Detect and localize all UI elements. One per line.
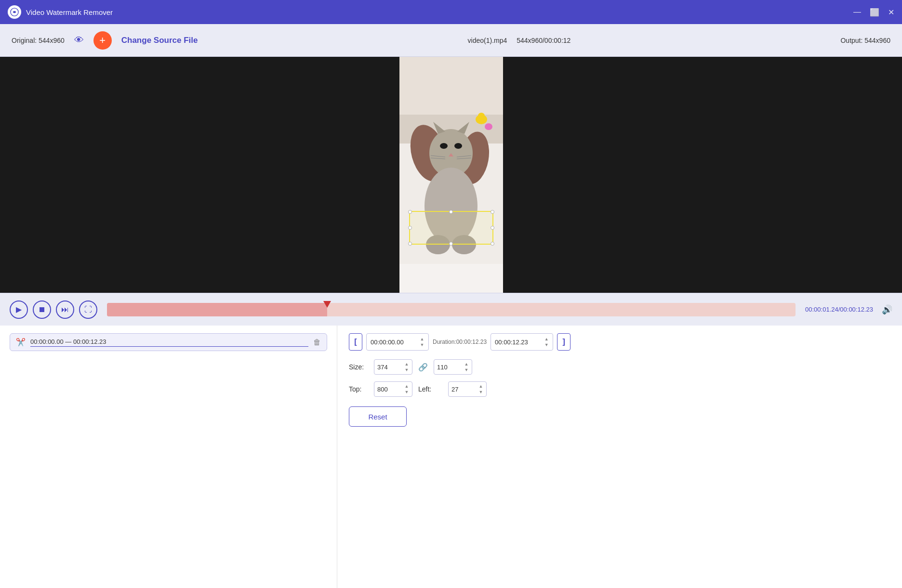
selection-box-1[interactable] <box>409 211 493 245</box>
fit-button[interactable]: ⛶ <box>79 301 97 319</box>
add-source-button[interactable]: + <box>93 31 112 50</box>
top-label: Top: <box>349 385 368 393</box>
handle-tc[interactable] <box>449 210 453 214</box>
info-bar: Original: 544x960 👁 + Change Source File… <box>0 24 902 57</box>
svg-rect-2 <box>399 57 503 115</box>
minimize-button[interactable]: — <box>853 8 861 17</box>
playback-bar: ▶ ⏹ ⏭ ⛶ 00:00:01.24/00:00:12.23 🔊 <box>0 293 902 326</box>
height-up[interactable]: ▲ <box>464 362 469 366</box>
output-dimensions: Output: 544x960 <box>840 37 890 44</box>
fit-icon: ⛶ <box>84 305 92 314</box>
next-frame-icon: ⏭ <box>61 305 69 314</box>
width-down[interactable]: ▼ <box>404 367 409 372</box>
end-time-input[interactable]: 00:00:12.23 ▲ ▼ <box>491 333 553 351</box>
handle-br[interactable] <box>491 242 494 246</box>
stop-icon: ⏹ <box>38 305 46 314</box>
top-value: 800 <box>377 386 388 393</box>
left-input[interactable]: 27 ▲ ▼ <box>448 381 487 397</box>
width-input[interactable]: 374 ▲ ▼ <box>374 359 412 375</box>
end-time-up[interactable]: ▲ <box>544 337 549 341</box>
svg-point-22 <box>485 123 492 130</box>
video-preview <box>399 57 503 293</box>
clip-row: ✂️ 00:00:00.00 — 00:00:12.23 🗑 <box>10 333 327 351</box>
handle-mr[interactable] <box>491 226 494 230</box>
top-spinners: ▲ ▼ <box>404 384 409 394</box>
left-down[interactable]: ▼ <box>478 390 483 394</box>
window-controls: — ⬜ ✕ <box>853 8 894 17</box>
pos-row: Top: 800 ▲ ▼ Left: 27 ▲ ▼ <box>349 381 890 397</box>
original-dimensions: Original: 544x960 <box>12 37 65 44</box>
handle-tl[interactable] <box>408 210 412 214</box>
top-input[interactable]: 800 ▲ ▼ <box>374 381 412 397</box>
maximize-button[interactable]: ⬜ <box>870 8 879 17</box>
start-time-down[interactable]: ▼ <box>420 342 424 347</box>
change-source-button[interactable]: Change Source File <box>121 36 198 45</box>
time-controls: [ 00:00:00.00 ▲ ▼ Duration:00:00:12.23 0… <box>349 333 890 351</box>
delete-clip-button[interactable]: 🗑 <box>313 338 321 347</box>
end-time-value: 00:00:12.23 <box>495 339 528 346</box>
size-label: Size: <box>349 363 368 371</box>
scissors-icon: ✂️ <box>16 338 26 347</box>
stop-button[interactable]: ⏹ <box>33 301 51 319</box>
handle-bl[interactable] <box>408 242 412 246</box>
duration-label: Duration:00:00:12.23 <box>433 339 487 345</box>
next-frame-button[interactable]: ⏭ <box>56 301 74 319</box>
height-spinners: ▲ ▼ <box>464 362 469 372</box>
play-button[interactable]: ▶ <box>10 301 28 319</box>
svg-point-10 <box>454 143 462 149</box>
end-time-down[interactable]: ▼ <box>544 342 549 347</box>
size-row: Size: 374 ▲ ▼ 🔗 110 ▲ ▼ <box>349 359 890 375</box>
right-panel: [ 00:00:00.00 ▲ ▼ Duration:00:00:12.23 0… <box>337 326 902 588</box>
close-button[interactable]: ✕ <box>888 8 894 17</box>
start-time-value: 00:00:00.00 <box>371 339 404 346</box>
height-input[interactable]: 110 ▲ ▼ <box>434 359 472 375</box>
timeline[interactable] <box>107 303 796 316</box>
left-panel: ✂️ 00:00:00.00 — 00:00:12.23 🗑 + Add wat… <box>0 326 337 588</box>
top-down[interactable]: ▼ <box>404 390 409 394</box>
dimensions-label: 544x960/00:00:12 <box>517 37 570 44</box>
start-time-spinners: ▲ ▼ <box>420 337 424 347</box>
handle-bc[interactable] <box>449 242 453 246</box>
link-icon[interactable]: 🔗 <box>418 363 428 372</box>
left-spinners: ▲ ▼ <box>478 384 483 394</box>
width-value: 374 <box>377 364 388 371</box>
height-value: 110 <box>437 364 448 371</box>
reset-button[interactable]: Reset <box>349 406 407 427</box>
handle-ml[interactable] <box>408 226 412 230</box>
filename-label: video(1).mp4 <box>468 37 507 44</box>
clip-time-range: 00:00:00.00 — 00:00:12.23 <box>30 338 308 347</box>
left-label: Left: <box>418 385 442 393</box>
left-value: 27 <box>451 386 458 393</box>
height-down[interactable]: ▼ <box>464 367 469 372</box>
top-up[interactable]: ▲ <box>404 384 409 389</box>
start-time-up[interactable]: ▲ <box>420 337 424 341</box>
app-title: Video Watermark Remover <box>26 8 853 16</box>
width-up[interactable]: ▲ <box>404 362 409 366</box>
svg-point-21 <box>478 113 485 118</box>
end-bracket-button[interactable]: ] <box>557 333 570 351</box>
play-icon: ▶ <box>16 305 22 314</box>
video-area <box>0 57 902 293</box>
app-logo <box>8 5 21 19</box>
svg-point-9 <box>440 143 448 149</box>
volume-icon[interactable]: 🔊 <box>882 304 892 315</box>
timeline-progress <box>107 303 327 316</box>
start-time-input[interactable]: 00:00:00.00 ▲ ▼ <box>366 333 429 351</box>
title-bar: Video Watermark Remover — ⬜ ✕ <box>0 0 902 24</box>
time-display: 00:00:01.24/00:00:12.23 <box>805 306 873 313</box>
plus-icon: + <box>99 35 106 46</box>
svg-rect-19 <box>399 264 503 293</box>
timeline-thumb[interactable] <box>323 301 331 308</box>
left-up[interactable]: ▲ <box>478 384 483 389</box>
video-wrapper <box>399 57 503 293</box>
main-content: ✂️ 00:00:00.00 — 00:00:12.23 🗑 + Add wat… <box>0 326 902 588</box>
end-time-spinners: ▲ ▼ <box>544 337 549 347</box>
handle-tr[interactable] <box>491 210 494 214</box>
start-bracket-button[interactable]: [ <box>349 333 362 351</box>
eye-icon[interactable]: 👁 <box>74 35 84 46</box>
width-spinners: ▲ ▼ <box>404 362 409 372</box>
